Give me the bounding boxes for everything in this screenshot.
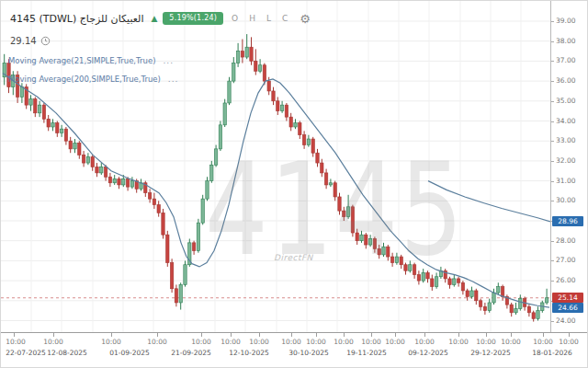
- price-tick: [551, 241, 554, 242]
- time-label: 10:00: [187, 338, 215, 346]
- price-tick: [551, 101, 554, 102]
- date-label: 19-11-2025: [343, 349, 390, 357]
- time-label: 10:00: [529, 338, 557, 346]
- price-axis-label: 35.00: [556, 97, 575, 106]
- ma21-legend-label: Moving Average(21,SIMPLE,True,True): [8, 56, 155, 65]
- price-axis-label: 31.00: [556, 177, 575, 186]
- price-axis-label: 36.00: [556, 76, 575, 86]
- price-axis-label: 34.00: [556, 117, 575, 126]
- price-tick: [551, 161, 554, 162]
- ohlc-open-button[interactable]: O: [229, 14, 241, 23]
- price-tick: [551, 21, 554, 22]
- time-tick: [511, 333, 512, 337]
- time-label: 10:00: [302, 338, 330, 346]
- time-label: 10:00: [381, 338, 409, 346]
- time-label: 10:00: [40, 338, 67, 346]
- time-label: 10:00: [217, 338, 244, 346]
- price-axis-label: 32.00: [556, 156, 575, 166]
- up-triangle-icon: ▲: [151, 14, 157, 23]
- ma200-legend: Moving Average(200,SIMPLE,True,True) ...: [8, 75, 178, 84]
- symbol-watermark: 4145: [205, 122, 422, 311]
- time-tick: [157, 333, 158, 337]
- time-label: 10:00: [411, 338, 438, 346]
- date-label: 09-12-2025: [404, 349, 452, 357]
- date-label: 29-12-2025: [467, 349, 514, 357]
- time-label: 10:00: [472, 338, 500, 346]
- time-label: 10:00: [497, 338, 525, 346]
- ohlc-close-button[interactable]: C: [279, 14, 290, 23]
- price-tick: [551, 81, 554, 82]
- date-label: 12-08-2025: [43, 349, 91, 357]
- price-tick: [551, 201, 554, 201]
- price-tick: [551, 61, 554, 62]
- chart-header: 4145 (TDWL) العبيكان للزجاج ▲ 5.19%(1.24…: [10, 12, 311, 49]
- time-label: 10:00: [97, 338, 125, 346]
- ohlc-high-button[interactable]: H: [246, 14, 258, 23]
- ma21-legend: Moving Average(21,SIMPLE,True,True) ...: [8, 56, 174, 65]
- candlestick-chart-area[interactable]: 4145 DirectFN: [1, 1, 550, 332]
- time-tick: [291, 333, 292, 337]
- price-axis-label: 26.00: [556, 276, 575, 285]
- price-axis-label: 28.00: [556, 236, 575, 246]
- time-label: 10:00: [445, 338, 472, 346]
- gear-icon[interactable]: ⚙: [300, 13, 311, 25]
- price-tick: [551, 281, 554, 282]
- time-tick: [424, 333, 425, 337]
- ohlc-low-button[interactable]: L: [264, 14, 274, 23]
- time-tick: [14, 333, 15, 337]
- time-tick: [316, 333, 317, 337]
- time-tick: [543, 333, 544, 337]
- time-label: 10:00: [330, 338, 357, 346]
- time-tick: [344, 333, 345, 337]
- price-axis-label: 24.00: [556, 316, 575, 326]
- time-tick: [458, 333, 459, 337]
- price-tick: [551, 121, 554, 122]
- time-tick: [486, 333, 487, 337]
- time-tick: [111, 333, 112, 337]
- time-tick: [231, 333, 232, 337]
- ma21-options-button[interactable]: ...: [163, 56, 174, 65]
- price-tick: [551, 260, 554, 261]
- price-axis[interactable]: 39.0038.0037.0036.0035.0034.0033.0032.00…: [550, 1, 588, 332]
- time-tick: [371, 333, 372, 337]
- header-price: 29.14: [10, 36, 37, 46]
- price-axis-label: 30.00: [556, 196, 575, 205]
- ma200-value-badge: 28.96: [552, 216, 583, 226]
- price-axis-label: 37.00: [556, 56, 575, 65]
- time-tick: [201, 333, 202, 337]
- price-axis-label: 39.00: [556, 17, 575, 26]
- ma200-options-button[interactable]: ...: [168, 75, 179, 84]
- time-label: 10:00: [2, 338, 29, 346]
- price-axis-label: 33.00: [556, 136, 575, 145]
- time-label: 10:00: [143, 338, 171, 346]
- date-label: 01-09-2025: [106, 349, 153, 357]
- price-axis-label: 27.00: [556, 256, 575, 265]
- trading-chart-window: 4145 DirectFN 4145 (TDWL) العبيكان للزجا…: [0, 0, 588, 368]
- time-axis[interactable]: 10:0010:0010:0010:0010:0010:0010:0010:00…: [1, 332, 588, 368]
- ma200-legend-label: Moving Average(200,SIMPLE,True,True): [8, 75, 161, 84]
- price-tick: [551, 181, 554, 182]
- date-label: 30-10-2025: [285, 349, 333, 357]
- date-label: 12-10-2025: [225, 349, 273, 357]
- price-tick: [551, 321, 554, 322]
- time-tick: [395, 333, 396, 337]
- time-tick: [259, 333, 260, 337]
- time-label: 10:00: [277, 338, 305, 346]
- symbol-title: 4145 (TDWL) العبيكان للزجاج: [10, 13, 143, 25]
- date-label: 18-01-2026: [528, 349, 576, 357]
- brand-watermark: DirectFN: [274, 253, 313, 262]
- price-axis-label: 38.00: [556, 37, 575, 46]
- ma21-value-badge: 24.66: [552, 303, 583, 313]
- last-price-badge: 25.14: [552, 293, 583, 303]
- clock-icon: [40, 36, 51, 46]
- date-label: 21-09-2025: [167, 349, 215, 357]
- time-tick: [569, 333, 570, 337]
- price-tick: [551, 141, 554, 142]
- time-tick: [53, 333, 54, 337]
- time-label: 10:00: [555, 338, 582, 346]
- change-badge: 5.19%(1.24): [163, 12, 223, 25]
- price-tick: [551, 41, 554, 42]
- time-label: 10:00: [245, 338, 273, 346]
